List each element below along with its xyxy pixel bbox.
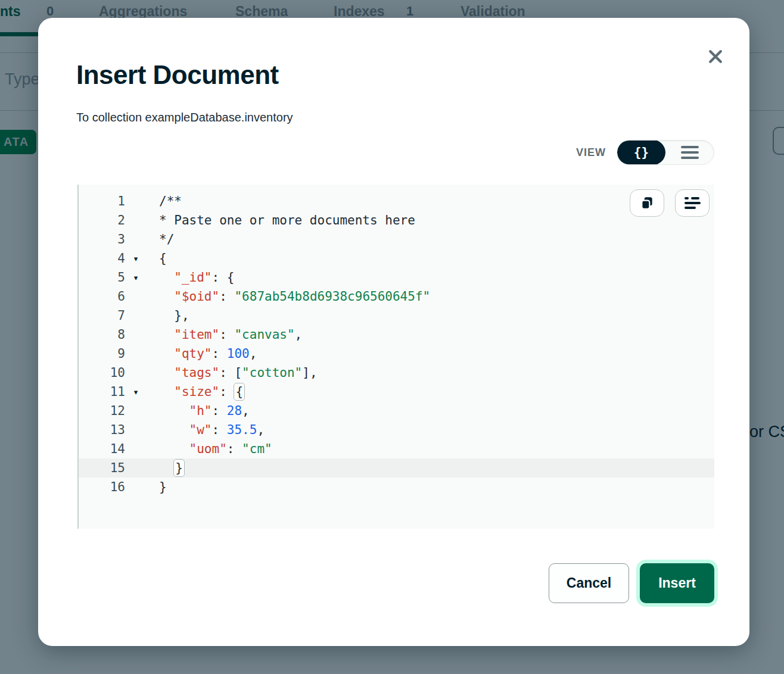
line-number: 12 bbox=[79, 404, 125, 418]
code-line[interactable]: 8 "item": "canvas", bbox=[79, 325, 714, 344]
code-line[interactable]: 16} bbox=[79, 478, 714, 497]
format-button[interactable] bbox=[675, 189, 710, 217]
code-text: "$oid": "687ab54b8d6938c96560645f" bbox=[147, 289, 430, 304]
code-line[interactable]: 13 "w": 35.5, bbox=[79, 420, 714, 439]
close-button[interactable] bbox=[707, 48, 724, 65]
line-number: 5 bbox=[79, 270, 125, 285]
code-lines: 1/**2* Paste one or more documents here3… bbox=[79, 192, 714, 497]
line-number: 13 bbox=[79, 423, 125, 437]
line-number: 10 bbox=[79, 366, 125, 380]
json-view-button[interactable]: {} bbox=[617, 140, 665, 165]
screen: nts 0 Aggregations Schema Indexes 1 Vali… bbox=[0, 0, 784, 674]
code-line[interactable]: 3*/ bbox=[79, 230, 714, 249]
code-line[interactable]: 2* Paste one or more documents here bbox=[79, 211, 714, 230]
dialog-title: Insert Document bbox=[76, 60, 279, 91]
dialog-footer: Cancel Insert bbox=[549, 563, 714, 603]
code-text: "size": { bbox=[147, 385, 244, 399]
line-number: 11 bbox=[79, 385, 125, 399]
code-text: { bbox=[147, 251, 167, 266]
view-label: VIEW bbox=[576, 146, 606, 159]
code-line[interactable]: 1/** bbox=[79, 192, 714, 211]
editor-actions bbox=[630, 189, 710, 217]
code-text: */ bbox=[147, 232, 174, 246]
list-view-button[interactable] bbox=[665, 140, 714, 165]
code-text: "w": 35.5, bbox=[147, 423, 265, 437]
line-number: 3 bbox=[79, 232, 125, 246]
code-text: "h": 28, bbox=[147, 404, 250, 418]
code-text: "uom": "cm" bbox=[147, 442, 272, 456]
dialog-subtitle: To collection exampleDatabase.inventory bbox=[76, 111, 293, 124]
line-number: 15 bbox=[79, 461, 125, 475]
code-text: }, bbox=[147, 308, 189, 323]
insert-button[interactable]: Insert bbox=[640, 563, 714, 603]
code-text: "_id": { bbox=[147, 270, 234, 285]
copy-icon bbox=[639, 195, 655, 211]
view-toggle-row: VIEW {} bbox=[576, 140, 714, 165]
code-line[interactable]: 15 } bbox=[79, 458, 714, 478]
view-toggle: {} bbox=[617, 140, 714, 165]
code-text: "qty": 100, bbox=[147, 347, 257, 361]
line-number: 4 bbox=[79, 251, 125, 266]
line-number: 14 bbox=[79, 442, 125, 456]
code-line[interactable]: 10 "tags": ["cotton"], bbox=[79, 363, 714, 382]
fold-arrow-icon[interactable]: ▾ bbox=[125, 273, 147, 282]
code-text: /** bbox=[147, 194, 182, 208]
insert-document-dialog: Insert Document To collection exampleDat… bbox=[38, 18, 749, 646]
code-line[interactable]: 4▾{ bbox=[79, 249, 714, 268]
close-icon bbox=[707, 48, 724, 65]
fold-arrow-icon[interactable]: ▾ bbox=[125, 388, 147, 397]
code-text: } bbox=[147, 461, 184, 475]
line-number: 1 bbox=[79, 194, 125, 208]
fold-arrow-icon[interactable]: ▾ bbox=[125, 254, 147, 263]
code-text: * Paste one or more documents here bbox=[147, 213, 415, 227]
code-line[interactable]: 11▾ "size": { bbox=[79, 382, 714, 401]
code-line[interactable]: 12 "h": 28, bbox=[79, 401, 714, 420]
cancel-button[interactable]: Cancel bbox=[549, 563, 629, 603]
line-number: 16 bbox=[79, 480, 125, 494]
line-number: 2 bbox=[79, 213, 125, 227]
line-number: 8 bbox=[79, 327, 125, 342]
document-json-editor[interactable]: 1/**2* Paste one or more documents here3… bbox=[77, 185, 714, 529]
code-line[interactable]: 7 }, bbox=[79, 306, 714, 325]
code-text: "tags": ["cotton"], bbox=[147, 366, 318, 380]
code-line[interactable]: 5▾ "_id": { bbox=[79, 268, 714, 287]
code-line[interactable]: 6 "$oid": "687ab54b8d6938c96560645f" bbox=[79, 287, 714, 306]
list-icon bbox=[681, 146, 699, 159]
line-number: 7 bbox=[79, 308, 125, 323]
code-text: } bbox=[147, 480, 167, 494]
format-code-icon bbox=[685, 197, 701, 209]
copy-button[interactable] bbox=[630, 189, 664, 217]
code-line[interactable]: 9 "qty": 100, bbox=[79, 344, 714, 363]
line-number: 9 bbox=[79, 347, 125, 361]
code-line[interactable]: 14 "uom": "cm" bbox=[79, 439, 714, 458]
code-text: "item": "canvas", bbox=[147, 327, 302, 342]
line-number: 6 bbox=[79, 289, 125, 304]
curly-braces-icon: {} bbox=[634, 145, 649, 160]
